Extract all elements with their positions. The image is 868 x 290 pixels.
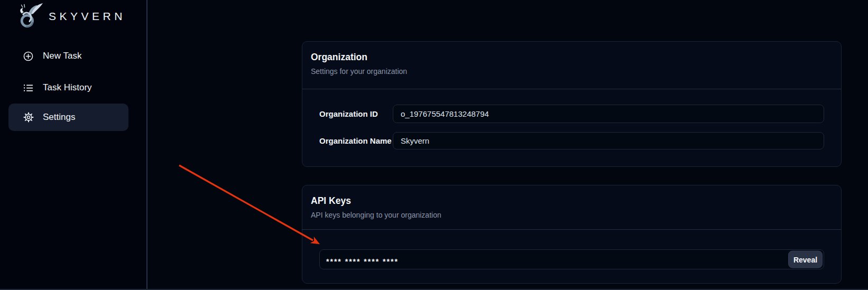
sidebar-item-new-task[interactable]: New Task (8, 45, 128, 67)
api-key-masked-input[interactable] (319, 249, 824, 269)
gear-icon (23, 112, 34, 123)
organization-name-label: Organization Name (319, 136, 393, 145)
sidebar-item-label: New Task (43, 51, 81, 61)
api-keys-card-content: Reveal (302, 230, 841, 269)
sidebar-item-label: Task History (43, 82, 92, 93)
organization-id-input[interactable] (393, 105, 824, 123)
organization-card-subtitle: Settings for your organization (311, 66, 833, 77)
api-keys-card-title: API Keys (311, 195, 833, 207)
sidebar-item-settings[interactable]: Settings (8, 104, 128, 131)
api-keys-card-subtitle: API keys belonging to your organization (311, 210, 833, 220)
organization-card-content: Organization ID Organization Name (302, 89, 841, 149)
sidebar-item-task-history[interactable]: Task History (8, 77, 128, 98)
organization-name-row: Organization Name (319, 132, 824, 149)
organization-card-header: Organization Settings for your organizat… (302, 42, 841, 89)
logo-wordmark: SKYVERN (49, 10, 126, 23)
organization-name-input[interactable] (393, 132, 824, 149)
organization-card-title: Organization (311, 51, 833, 63)
organization-card: Organization Settings for your organizat… (302, 41, 842, 167)
api-keys-card-header: API Keys API keys belonging to your orga… (302, 185, 841, 230)
sidebar: SKYVERN New Task Task History (0, 0, 147, 290)
skyvern-logo[interactable]: SKYVERN (15, 2, 126, 31)
organization-id-row: Organization ID (319, 105, 824, 123)
sidebar-item-label: Settings (43, 112, 75, 123)
settings-page: SKYVERN New Task Task History (0, 0, 868, 290)
plus-circle-icon (23, 51, 34, 62)
list-icon (23, 82, 34, 93)
dragon-logo-icon (15, 3, 44, 30)
api-keys-card: API Keys API keys belonging to your orga… (302, 185, 842, 284)
reveal-button[interactable]: Reveal (788, 251, 823, 268)
organization-id-label: Organization ID (319, 109, 393, 118)
api-key-row: Reveal (319, 249, 824, 269)
